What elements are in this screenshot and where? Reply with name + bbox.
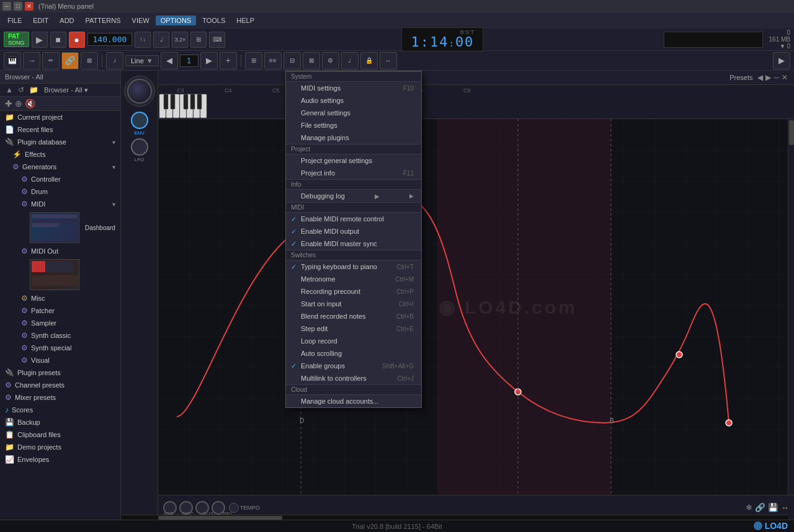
start-on-input-item[interactable]: Start on input Ctrl+I [286,298,421,310]
sidebar-item-misc[interactable]: ⚙ Misc [0,292,120,304]
minimize-button[interactable]: ─ [2,2,11,11]
presets-prev-btn[interactable]: ◀ [757,73,763,82]
env-knob[interactable] [131,112,148,129]
lock-btn[interactable]: 🔒 [360,52,378,69]
bpm-display[interactable]: 140.000 [87,33,133,46]
multilink-controllers-item[interactable]: Multilink to controllers Ctrl+J [286,372,421,384]
snowflake-btn[interactable]: ❄ [746,503,752,512]
sidebar-item-recent-files[interactable]: 📄 Recent files [0,123,120,136]
typing-keyboard-item[interactable]: Typing keyboard to piano Ctrl+T [286,260,421,273]
sidebar-item-synth-classic[interactable]: ⚙ Synth classic [0,329,120,342]
nav-folder-btn[interactable]: 📁 [27,85,40,95]
presets-close-btn[interactable]: ✕ [782,73,788,82]
file-settings-item[interactable]: File settings [286,119,421,131]
metronome-item[interactable]: Metronome Ctrl+M [286,273,421,285]
envelope-editor[interactable]: D B ◉ LO4D.com [158,119,794,495]
link2-btn[interactable]: 🔗 [755,503,765,512]
sidebar-item-backup[interactable]: 💾 Backup [0,416,120,428]
line-selector[interactable]: Line▼ [125,55,159,66]
presets-next-btn[interactable]: ▶ [765,73,771,82]
sidebar-item-demo-projects[interactable]: 📁 Demo projects [0,441,120,453]
enable-midi-master-sync-item[interactable]: Enable MIDI master sync [286,237,421,250]
blend-recorded-notes-item[interactable]: Blend recorded notes Ctrl+B [286,310,421,322]
sidebar-item-envelopes[interactable]: 📈 Envelopes [0,453,120,466]
sidebar-item-clipboard-files[interactable]: 📋 Clipboard files [0,428,120,441]
tool-sound-btn[interactable]: 🔇 [25,99,35,109]
close-button[interactable]: ✕ [25,2,33,11]
sidebar-item-synth-special[interactable]: ⚙ Synth special [0,342,120,354]
step-edit-item[interactable]: Step edit Ctrl+E [286,322,421,335]
add-btn[interactable]: + [220,52,237,69]
save2-btn[interactable]: 💾 [768,503,778,512]
menu-tools[interactable]: TOOLS [197,16,230,25]
loop-record-item[interactable]: Loop record [286,335,421,347]
piano-icon-btn[interactable]: 🎹 [4,52,21,69]
snap-btn[interactable]: ⊞ [245,52,262,69]
sidebar-item-sampler[interactable]: ⚙ Sampler [0,317,120,329]
draw-btn[interactable]: ✏ [42,52,60,69]
sidebar-item-plugin-database[interactable]: 🔌 Plugin database ▾ [0,136,120,148]
vertical-scrollbar[interactable] [788,119,794,495]
control-point[interactable] [676,352,682,358]
general-settings-item[interactable]: General settings [286,107,421,119]
project-info-item[interactable]: Project info F11 [286,167,421,179]
settings-btn[interactable]: ⚙ [322,52,339,69]
stamp-btn[interactable]: ⊠ [81,52,98,69]
enable-groups-item[interactable]: Enable groups Shift+Alt+G [286,360,421,372]
expand-btn[interactable]: ▶ [773,52,790,69]
sidebar-item-effects[interactable]: ⚡ Effects [0,148,120,161]
play-button[interactable]: ▶ [32,32,48,48]
sidebar-item-current-project[interactable]: 📁 Current project [0,111,120,123]
grid-btn[interactable]: ⊟ [283,52,301,69]
arrow-btn[interactable]: → [23,52,40,69]
menu-view[interactable]: VIEW [127,16,154,25]
link-btn[interactable]: 🔗 [61,52,79,69]
sidebar-item-midi[interactable]: ⚙ MIDI ▾ [0,198,120,210]
sidebar-item-plugin-presets[interactable]: 🔌 Plugin presets [0,366,120,379]
sidebar-item-channel-presets[interactable]: ⚙ Channel presets [0,379,120,391]
manage-cloud-accounts-item[interactable]: Manage cloud accounts... [286,395,421,407]
manage-plugins-item[interactable]: Manage plugins [286,131,421,144]
menu-options[interactable]: OPTIONS [156,16,197,25]
sidebar-item-midi-out[interactable]: ⚙ MIDI Out [0,245,120,257]
scroll-left-btn[interactable]: ◀ [161,52,178,69]
mixer-button[interactable]: ⊞ [190,32,207,48]
channel-btn[interactable]: ≡≡ [264,52,282,69]
sidebar-item-dashboard[interactable]: Dashboard [0,210,120,245]
midi-settings-item[interactable]: MIDI settings F10 [286,82,421,94]
sidebar-item-controller[interactable]: ⚙ Controller [0,173,120,185]
pat-song-toggle[interactable]: PAT SONG [4,32,29,47]
sidebar-item-drum[interactable]: ⚙ Drum [0,185,120,198]
note2-btn[interactable]: ♩ [341,52,359,69]
note-btn[interactable]: ♪ [106,52,123,69]
zoom-in-button[interactable]: ↑↓ [135,32,151,48]
menu-edit[interactable]: EDIT [28,16,53,25]
control-point[interactable] [726,420,732,426]
instrument-thumbnail[interactable] [124,76,155,107]
recording-precount-item[interactable]: Recording precount Ctrl+P [286,285,421,298]
arrow2-btn[interactable]: ↔ [781,503,789,512]
horizontal-scrollbar[interactable] [158,515,788,520]
nav-refresh-btn[interactable]: ↺ [16,85,26,95]
options-dropdown-menu[interactable]: System MIDI settings F10 Audio settings … [285,71,422,408]
menu-add[interactable]: ADD [55,16,79,25]
tool-copy-btn[interactable]: ⊕ [15,99,22,109]
stop-button[interactable]: ■ [50,32,66,48]
sidebar-item-midi-out-thumb[interactable] [0,257,120,292]
tool-add-btn[interactable]: ✚ [5,99,12,109]
lfo-knob[interactable] [131,138,148,156]
piano-keys-svg[interactable]: C3 C4 C5 C6 C7 C8 C9 [158,85,794,118]
audio-settings-item[interactable]: Audio settings [286,94,421,107]
project-general-settings-item[interactable]: Project general settings [286,154,421,167]
record-button[interactable]: ● [69,32,85,48]
sidebar-item-patcher[interactable]: ⚙ Patcher [0,304,120,317]
sidebar-item-visual[interactable]: ⚙ Visual [0,354,120,366]
speed-button[interactable]: 3.2× [172,32,188,48]
nav-up-btn[interactable]: ▲ [4,85,15,95]
mixer-btn2[interactable]: ⊠ [303,52,320,69]
menu-patterns[interactable]: PATTERNS [81,16,126,25]
menu-help[interactable]: HELP [231,16,259,25]
scroll-right-btn[interactable]: ▶ [200,52,218,69]
presets-minimize-btn[interactable]: ─ [774,73,779,82]
sidebar-item-generators[interactable]: ⚙ Generators ▾ [0,161,120,173]
